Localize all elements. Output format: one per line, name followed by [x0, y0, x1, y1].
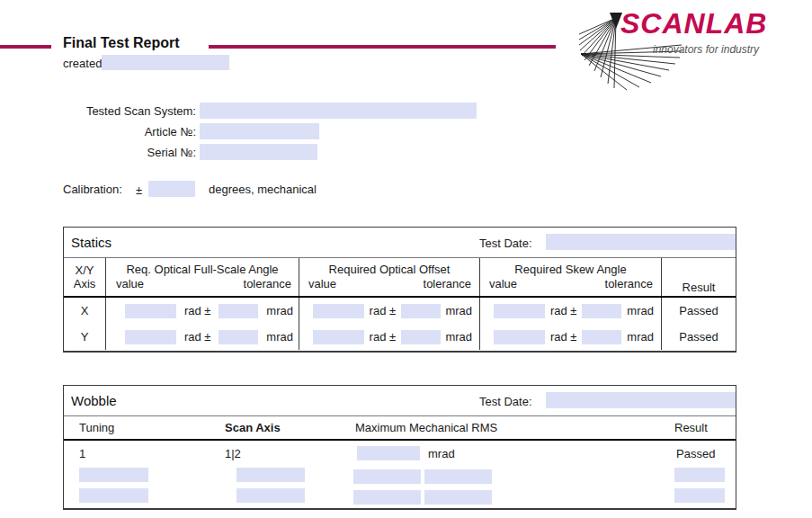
- statics-test-date-label: Test Date:: [479, 237, 532, 250]
- axis-x-label: X: [64, 298, 105, 324]
- statics-test-date-field[interactable]: [546, 234, 736, 250]
- wobble-row-1: 1 1|2 mrad Passed: [64, 441, 736, 466]
- y-skew-value-field[interactable]: [494, 330, 545, 344]
- rad-pm-unit: rad ±: [184, 330, 211, 344]
- logo-brand-text: SCANLAB: [620, 7, 767, 40]
- created-label: created:: [63, 57, 105, 70]
- fullscale-angle-title: Req. Optical Full-Scale Angle: [106, 263, 299, 277]
- x-skew-tolerance-field[interactable]: [582, 304, 621, 318]
- rms-field-1[interactable]: [353, 490, 421, 505]
- scan-axis-value: 1|2: [208, 447, 352, 460]
- plus-minus-sign: ±: [136, 183, 142, 197]
- wobble-result-status: Passed: [657, 447, 736, 460]
- tested-scan-system-field[interactable]: [200, 103, 477, 119]
- x-skew-value-field[interactable]: [494, 304, 545, 318]
- axis-column-header: X/Y Axis: [64, 258, 105, 296]
- rms-value-field[interactable]: [357, 446, 420, 460]
- axis-header-line1: X/Y: [76, 263, 94, 277]
- tuning-value: 1: [64, 447, 208, 460]
- x-skew-cell: rad ± mrad: [479, 298, 661, 324]
- y-skew-tolerance-field[interactable]: [582, 330, 621, 344]
- offset-tolerance-subheader: tolerance: [424, 277, 471, 291]
- calibration-label: Calibration:: [63, 183, 122, 196]
- mrad-unit: mrad: [627, 304, 654, 317]
- result-field[interactable]: [674, 488, 725, 503]
- optical-offset-title: Required Optical Offset: [299, 263, 479, 277]
- y-skew-cell: rad ± mrad: [479, 324, 661, 350]
- rad-pm-unit: rad ±: [370, 304, 397, 317]
- y-fullscale-tolerance-field[interactable]: [219, 330, 258, 344]
- rad-pm-unit: rad ±: [370, 330, 397, 344]
- rad-pm-unit: rad ±: [184, 304, 211, 317]
- created-date-field[interactable]: [102, 55, 229, 70]
- tuning-column-header: Tuning: [64, 421, 208, 434]
- rms-cell: mrad: [352, 446, 657, 460]
- skew-tolerance-subheader: tolerance: [605, 277, 653, 291]
- skew-value-subheader: value: [489, 277, 517, 291]
- result-field[interactable]: [674, 468, 725, 482]
- wobble-table: Wobble Test Date: Tuning Scan Axis Maxim…: [63, 385, 736, 510]
- y-offset-cell: rad ± mrad: [299, 324, 479, 350]
- mrad-unit: mrad: [627, 330, 654, 344]
- statics-header-row: X/Y Axis Req. Optical Full-Scale Angle v…: [64, 258, 736, 298]
- skew-angle-column-header: Required Skew Angle value tolerance: [479, 258, 661, 296]
- rms-field-2[interactable]: [424, 469, 492, 484]
- article-number-field[interactable]: [200, 123, 319, 139]
- optical-offset-column-header: Required Optical Offset value tolerance: [299, 258, 479, 296]
- y-offset-tolerance-field[interactable]: [401, 330, 441, 344]
- rms-fields-cell: [352, 490, 657, 505]
- wobble-test-date-field[interactable]: [546, 392, 736, 408]
- wobble-row-3: [64, 487, 736, 507]
- fullscale-value-subheader: value: [116, 277, 144, 291]
- wobble-row-2: [64, 466, 736, 487]
- mrad-unit: mrad: [445, 330, 472, 344]
- offset-value-subheader: value: [308, 277, 336, 291]
- tuning-field[interactable]: [79, 488, 148, 503]
- fullscale-angle-column-header: Req. Optical Full-Scale Angle value tole…: [105, 258, 299, 296]
- x-result-status: Passed: [661, 298, 736, 324]
- tuning-field[interactable]: [79, 468, 148, 482]
- statics-table: Statics Test Date: X/Y Axis Req. Optical…: [63, 227, 736, 353]
- x-offset-tolerance-field[interactable]: [401, 304, 441, 318]
- wobble-header-row: Tuning Scan Axis Maximum Mechanical RMS …: [64, 416, 736, 441]
- serial-number-label: Serial №:: [63, 146, 196, 159]
- mrad-unit: mrad: [445, 304, 472, 317]
- scan-axis-field[interactable]: [236, 488, 305, 503]
- scanlab-logo: SCANLAB innovators for industry: [576, 2, 811, 94]
- calibration-suffix: degrees, mechanical: [209, 183, 317, 196]
- scan-axis-column-header: Scan Axis: [225, 421, 281, 434]
- scan-axis-field[interactable]: [236, 468, 305, 482]
- result-header-text: Result: [683, 281, 716, 294]
- y-result-status: Passed: [661, 324, 736, 350]
- x-fullscale-value-field[interactable]: [125, 304, 176, 318]
- rms-fields-cell: [352, 469, 657, 484]
- fullscale-tolerance-subheader: tolerance: [244, 277, 291, 291]
- statics-row-x: X rad ± mrad rad ± mrad rad ± mrad Passe…: [64, 298, 736, 324]
- report-page: Final Test Report created: SCANLAB innov…: [0, 0, 812, 518]
- y-fullscale-cell: rad ± mrad: [105, 324, 299, 350]
- axis-header-line2: Axis: [74, 277, 96, 290]
- rad-pm-unit: rad ±: [550, 330, 577, 344]
- tested-scan-system-label: Tested Scan System:: [63, 104, 196, 118]
- rms-field-1[interactable]: [353, 469, 421, 484]
- wobble-title: Wobble: [71, 393, 117, 408]
- wobble-test-date-label: Test Date:: [479, 395, 532, 408]
- mrad-unit: mrad: [266, 330, 293, 344]
- accent-rule-left: [0, 45, 51, 49]
- accent-rule-right: [209, 45, 556, 49]
- y-fullscale-value-field[interactable]: [125, 330, 176, 344]
- mrad-unit: mrad: [428, 447, 455, 460]
- serial-number-field[interactable]: [200, 144, 317, 160]
- mrad-unit: mrad: [266, 304, 293, 317]
- calibration-value-field[interactable]: [148, 181, 195, 197]
- x-fullscale-cell: rad ± mrad: [105, 298, 299, 324]
- x-fullscale-tolerance-field[interactable]: [219, 304, 258, 318]
- skew-angle-title: Required Skew Angle: [480, 263, 661, 277]
- x-offset-cell: rad ± mrad: [299, 298, 479, 324]
- result-column-header: Result: [661, 258, 736, 296]
- x-offset-value-field[interactable]: [313, 304, 364, 318]
- rms-field-2[interactable]: [424, 490, 492, 505]
- y-offset-value-field[interactable]: [313, 330, 364, 344]
- statics-title-row: Statics Test Date:: [64, 228, 736, 258]
- wobble-result-column-header: Result: [657, 421, 736, 434]
